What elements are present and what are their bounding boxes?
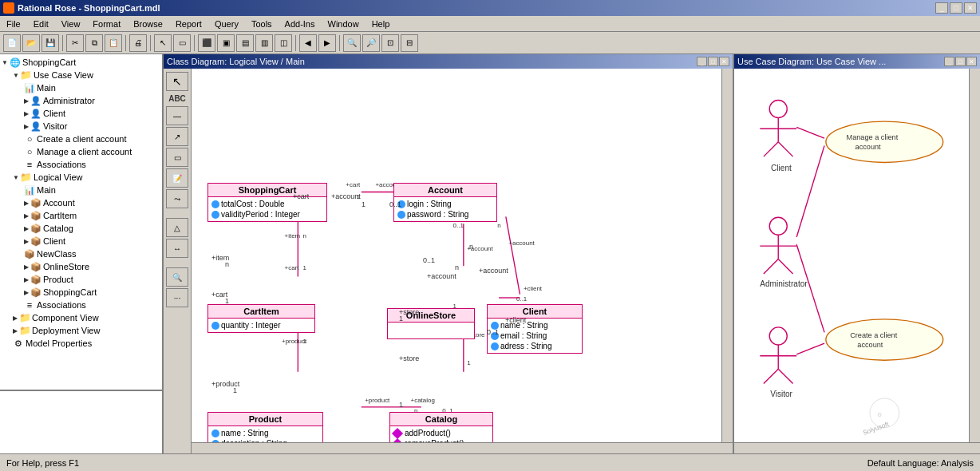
menu-edit[interactable]: Edit — [27, 18, 55, 30]
rect-btn[interactable]: ▭ — [173, 34, 191, 52]
lv-main[interactable]: 📊 Main — [2, 184, 160, 196]
tool-dots[interactable]: ··· — [166, 288, 188, 307]
copy-btn[interactable]: ⧉ — [85, 34, 103, 52]
center-vscroll[interactable] — [721, 69, 733, 442]
tb10[interactable]: ▥ — [255, 34, 273, 52]
menu-query[interactable]: Query — [208, 18, 245, 30]
fwd-btn[interactable]: ▶ — [318, 34, 336, 52]
tool-line[interactable]: — — [166, 106, 188, 125]
tb8[interactable]: ▣ — [217, 34, 235, 52]
account-arrow[interactable]: ▶ — [24, 200, 29, 207]
component-view-item[interactable]: ▶ 📁 Component View — [2, 311, 160, 324]
tool-note[interactable]: 📝 — [166, 168, 188, 188]
logical-view-item[interactable]: ▼ 📁 Logical View — [2, 171, 160, 184]
tool-assoc2[interactable]: ↔ — [166, 239, 188, 258]
zoom-out-btn[interactable]: 🔎 — [362, 34, 380, 52]
tool-zoom[interactable]: 🔍 — [166, 267, 188, 287]
tb-extra[interactable]: ⊟ — [401, 34, 418, 52]
right-close-btn[interactable]: ✕ — [966, 57, 977, 66]
lv-arrow[interactable]: ▼ — [13, 174, 19, 181]
maximize-btn[interactable]: □ — [950, 2, 962, 14]
menu-window[interactable]: Window — [322, 18, 366, 30]
account-class[interactable]: Account login : String password : String — [393, 183, 497, 222]
client-arrow[interactable]: ▶ — [24, 110, 29, 117]
class-diagram-area[interactable]: +account +cart 1 0..1 +item n +cart 1 — [192, 69, 721, 442]
back-btn[interactable]: ◀ — [299, 34, 317, 52]
menu-help[interactable]: Help — [366, 18, 397, 30]
usecase-diagram-area[interactable]: Client Manage a client account Administr… — [734, 69, 969, 442]
ucv-client[interactable]: ▶ 👤 Client — [2, 107, 160, 120]
sc-arrow[interactable]: ▶ — [24, 289, 29, 296]
menu-tools[interactable]: Tools — [245, 18, 279, 30]
zoom-in-btn[interactable]: 🔍 — [343, 34, 361, 52]
ucv-visitor[interactable]: ▶ 👤 Visitor — [2, 120, 160, 133]
shopping-cart-class[interactable]: ShoppingCart totalCost : Double validity… — [207, 183, 327, 222]
print-btn[interactable]: 🖨 — [129, 34, 147, 52]
dv-arrow[interactable]: ▶ — [13, 327, 18, 334]
lv-onlinestore[interactable]: ▶ 📦 OnlineStore — [2, 260, 160, 273]
menu-file[interactable]: File — [0, 18, 27, 30]
lv-cartitem[interactable]: ▶ 📦 CartItem — [2, 209, 160, 222]
close-btn[interactable]: ✕ — [964, 2, 977, 14]
cartitem-arrow[interactable]: ▶ — [24, 212, 29, 220]
catalog-class[interactable]: Catalog addProduct() removeProduct() — [389, 412, 493, 442]
new-btn[interactable]: 📄 — [3, 34, 21, 52]
tb7[interactable]: ⬛ — [198, 34, 215, 52]
cartitem-class[interactable]: CartItem quantity : Integer — [207, 304, 315, 333]
onlinestore-arrow[interactable]: ▶ — [24, 263, 29, 271]
center-hscroll[interactable] — [192, 442, 733, 453]
lv-assoc[interactable]: ≡ Associations — [2, 299, 160, 311]
product-class[interactable]: Product name : String description : Stri… — [207, 412, 323, 442]
ucv-main[interactable]: 📊 Main — [2, 81, 160, 94]
right-vscroll[interactable] — [969, 69, 980, 442]
ucv-assoc[interactable]: ≡ Associations — [2, 158, 160, 171]
tool-gen[interactable]: △ — [166, 218, 188, 237]
tree-root[interactable]: ▼ 🌐 ShoppingCart — [2, 56, 160, 69]
admin-arrow[interactable]: ▶ — [24, 97, 29, 105]
visitor-arrow[interactable]: ▶ — [24, 123, 29, 130]
lv-catalog[interactable]: ▶ 📦 Catalog — [2, 222, 160, 235]
ucv-create-client[interactable]: ○ Create a client account — [2, 133, 160, 145]
center-close-btn[interactable]: ✕ — [719, 57, 729, 66]
root-arrow[interactable]: ▼ — [2, 59, 8, 66]
tool-cursor[interactable]: ↖ — [166, 72, 188, 91]
tb11[interactable]: ◫ — [275, 34, 292, 52]
lv-clientclass[interactable]: ▶ 📦 Client — [2, 235, 160, 247]
zoom-fit-btn[interactable]: ⊡ — [381, 34, 399, 52]
paste-btn[interactable]: 📋 — [105, 34, 122, 52]
right-max-btn[interactable]: □ — [955, 57, 966, 66]
cursor-btn[interactable]: ↖ — [154, 34, 172, 52]
cut-btn[interactable]: ✂ — [66, 34, 84, 52]
ucv-arrow[interactable]: ▼ — [13, 72, 19, 79]
cv-arrow[interactable]: ▶ — [13, 315, 18, 322]
ucv-admin[interactable]: ▶ 👤 Administrator — [2, 94, 160, 107]
open-btn[interactable]: 📂 — [22, 34, 40, 52]
center-max-btn[interactable]: □ — [708, 57, 718, 66]
lv-shoppingcart[interactable]: ▶ 📦 ShoppingCart — [2, 286, 160, 299]
center-min-btn[interactable]: _ — [697, 57, 707, 66]
tool-class[interactable]: ▭ — [166, 148, 188, 167]
lv-account[interactable]: ▶ 📦 Account — [2, 196, 160, 209]
menu-report[interactable]: Report — [169, 18, 208, 30]
menu-addins[interactable]: Add-Ins — [279, 18, 322, 30]
tb9[interactable]: ▤ — [236, 34, 254, 52]
tool-dep[interactable]: ⤳ — [166, 189, 188, 208]
deployment-view-item[interactable]: ▶ 📁 Deployment View — [2, 324, 160, 337]
right-hscroll[interactable] — [734, 442, 980, 453]
lv-newclass[interactable]: 📦 NewClass — [2, 247, 160, 260]
ucv-manage-client[interactable]: ○ Manage a client account — [2, 145, 160, 158]
right-min-btn[interactable]: _ — [944, 57, 954, 66]
clientclass-arrow[interactable]: ▶ — [24, 238, 29, 245]
use-case-view-item[interactable]: ▼ 📁 Use Case View — [2, 69, 160, 81]
product-arrow[interactable]: ▶ — [24, 276, 29, 283]
menu-view[interactable]: View — [55, 18, 87, 30]
catalog-arrow[interactable]: ▶ — [24, 225, 29, 232]
menu-browse[interactable]: Browse — [127, 18, 169, 30]
save-btn[interactable]: 💾 — [41, 34, 59, 52]
minimize-btn[interactable]: _ — [935, 2, 948, 14]
lv-product[interactable]: ▶ 📦 Product — [2, 273, 160, 286]
client-class[interactable]: Client name : String email : String — [487, 304, 583, 354]
menu-format[interactable]: Format — [86, 18, 127, 30]
model-props-item[interactable]: ⚙ Model Properties — [2, 337, 160, 350]
tool-arrow[interactable]: ↗ — [166, 127, 188, 146]
